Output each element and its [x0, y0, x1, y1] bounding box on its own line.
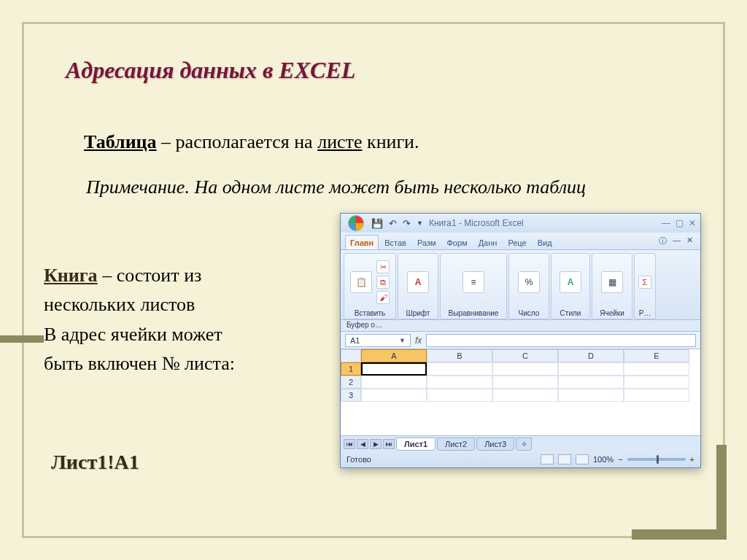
sheet-tab-1[interactable]: Лист1: [396, 438, 436, 451]
align-icon[interactable]: ≡: [462, 271, 484, 293]
group-editing-label: Р…: [639, 309, 651, 317]
cell-C3[interactable]: [492, 389, 558, 402]
cell-B2[interactable]: [427, 376, 492, 389]
cell-D3[interactable]: [558, 389, 624, 402]
maximize-button[interactable]: ▢: [674, 218, 684, 228]
editing-icon[interactable]: Σ: [638, 276, 651, 289]
col-header-A[interactable]: A: [361, 349, 427, 362]
cell-B3[interactable]: [427, 389, 492, 402]
cell-A2[interactable]: [361, 376, 427, 389]
group-number-label: Число: [519, 309, 540, 317]
ribbon: 📋 ✂ ⧉ 🖌 Вставить A Шрифт ≡ Выравнивание …: [341, 250, 700, 320]
view-page-icon[interactable]: [558, 454, 571, 464]
window-title: Книга1 - Microsoft Excel: [429, 218, 661, 228]
term-tablica: Таблица: [84, 131, 157, 152]
group-cells-label: Ячейки: [600, 309, 624, 317]
ribbon-minimize-icon[interactable]: —: [673, 236, 681, 246]
number-icon[interactable]: %: [518, 271, 540, 293]
close-button[interactable]: ✕: [687, 218, 697, 228]
new-sheet-button[interactable]: ✧: [516, 438, 532, 451]
tab-data[interactable]: Данн: [473, 235, 503, 249]
tab-insert[interactable]: Встав: [379, 235, 411, 249]
cell-B1[interactable]: [427, 362, 492, 376]
tab-layout[interactable]: Разм: [412, 235, 441, 249]
row-header-2[interactable]: 2: [341, 376, 361, 389]
cell-E3[interactable]: [624, 389, 689, 402]
col-header-E[interactable]: E: [624, 349, 689, 362]
row-header-3[interactable]: 3: [341, 389, 361, 402]
definition-line: Таблица – располагается на листе книги.: [84, 131, 419, 153]
tab-view[interactable]: Вид: [533, 235, 557, 249]
decor-corner-h: [632, 529, 727, 540]
tab-formulas[interactable]: Форм: [442, 235, 473, 249]
cell-D2[interactable]: [558, 376, 624, 389]
undo-icon[interactable]: ↶: [389, 218, 397, 229]
name-box[interactable]: A1▼: [345, 334, 411, 347]
sheet-tab-3[interactable]: Лист3: [476, 438, 514, 451]
spreadsheet-grid[interactable]: A B C D E 1 2: [341, 349, 700, 435]
zoom-out-icon[interactable]: −: [618, 455, 622, 464]
tab-home[interactable]: Главн: [345, 235, 379, 249]
col-header-B[interactable]: B: [427, 349, 492, 362]
slide-title: Адресация данных в EXCEL: [66, 57, 355, 84]
zoom-level[interactable]: 100%: [593, 455, 614, 464]
ribbon-tabs: Главн Встав Разм Форм Данн Реце Вид ⓘ — …: [341, 233, 700, 250]
cell-D1[interactable]: [558, 362, 624, 376]
zoom-in-icon[interactable]: +: [690, 455, 694, 464]
cell-E2[interactable]: [624, 376, 689, 389]
note-text: Примечание. На одном листе может быть не…: [86, 175, 648, 200]
formula-bar-row: A1▼ fx: [341, 332, 700, 349]
body-paragraph: Книга – состоит из нескольких листов В а…: [44, 261, 321, 378]
sheet-tab-2[interactable]: Лист2: [437, 438, 475, 451]
cut-icon[interactable]: ✂: [376, 260, 390, 273]
term-list: листе: [317, 131, 362, 152]
office-button[interactable]: [344, 214, 368, 233]
copy-icon[interactable]: ⧉: [376, 276, 390, 289]
group-align-label: Выравнивание: [449, 309, 499, 317]
styles-icon[interactable]: A: [560, 271, 581, 293]
qat-dropdown-icon[interactable]: ▼: [417, 219, 423, 227]
fx-icon[interactable]: fx: [415, 335, 422, 346]
cells-icon[interactable]: ▦: [601, 271, 623, 293]
term-kniga: Книга: [44, 265, 98, 286]
minimize-button[interactable]: —: [661, 218, 671, 228]
row-header-1[interactable]: 1: [341, 362, 361, 376]
cell-C2[interactable]: [492, 376, 558, 389]
help-icon[interactable]: ⓘ: [659, 236, 667, 246]
excel-window: 💾 ↶ ↷ ▼ Книга1 - Microsoft Excel — ▢ ✕ Г…: [340, 213, 701, 468]
quick-access-toolbar: 💾 ↶ ↷ ▼: [371, 218, 423, 229]
formula-bar[interactable]: [426, 334, 696, 347]
decor-accent-line: [0, 335, 44, 343]
zoom-slider[interactable]: [627, 458, 686, 461]
save-icon[interactable]: 💾: [371, 218, 383, 229]
select-all-corner[interactable]: [341, 349, 361, 362]
office-logo-icon: [348, 215, 364, 231]
sheet-tab-bar: ⏮ ◀ ▶ ⏭ Лист1 Лист2 Лист3 ✧: [341, 435, 700, 451]
sheet-nav-first[interactable]: ⏮: [344, 439, 355, 449]
status-bar: Готово 100% − +: [341, 451, 700, 467]
group-clipboard-label: Буфер о…: [341, 320, 700, 332]
cell-C1[interactable]: [492, 362, 558, 376]
sheet-nav-next[interactable]: ▶: [370, 439, 382, 449]
address-example: Лист1!А1: [51, 451, 139, 474]
view-break-icon[interactable]: [576, 454, 589, 464]
cell-A1[interactable]: [361, 362, 427, 376]
col-header-C[interactable]: C: [492, 349, 558, 362]
font-icon[interactable]: A: [407, 271, 429, 293]
paste-icon[interactable]: 📋: [350, 271, 372, 293]
group-font-label: Шрифт: [406, 309, 430, 317]
redo-icon[interactable]: ↷: [403, 218, 411, 229]
cell-E1[interactable]: [624, 362, 689, 376]
ribbon-close-icon[interactable]: ✕: [686, 236, 693, 246]
tab-review[interactable]: Реце: [503, 235, 531, 249]
decor-corner-v: [716, 445, 727, 540]
sheet-nav-last[interactable]: ⏭: [383, 439, 395, 449]
format-painter-icon[interactable]: 🖌: [376, 291, 390, 304]
sheet-nav-prev[interactable]: ◀: [357, 439, 368, 449]
col-header-D[interactable]: D: [558, 349, 624, 362]
view-normal-icon[interactable]: [541, 454, 554, 464]
cell-A3[interactable]: [361, 389, 427, 402]
excel-titlebar: 💾 ↶ ↷ ▼ Книга1 - Microsoft Excel — ▢ ✕: [341, 214, 700, 233]
group-styles-label: Стили: [560, 309, 581, 317]
group-paste-label: Вставить: [355, 309, 385, 317]
